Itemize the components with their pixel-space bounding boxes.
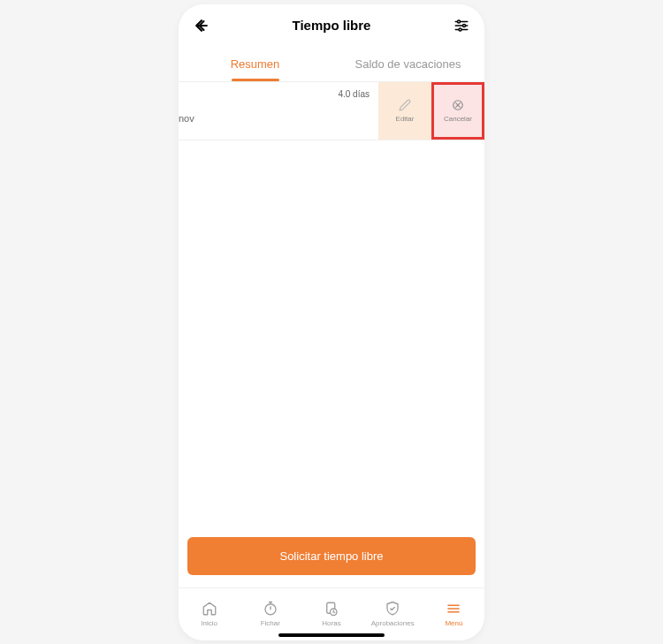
- bottom-nav: Inicio Fichar Horas Aprobaciones Menú: [179, 587, 484, 640]
- entry-days: 4.0 días: [338, 89, 370, 99]
- nav-home[interactable]: Inicio: [179, 588, 240, 640]
- cancel-button[interactable]: Cancelar: [431, 82, 484, 140]
- svg-point-2: [458, 20, 461, 23]
- edit-button[interactable]: Editar: [378, 82, 431, 140]
- svg-point-6: [459, 28, 461, 31]
- menu-icon: [446, 601, 461, 617]
- filter-icon: [453, 18, 469, 34]
- nav-menu-label: Menú: [445, 619, 462, 627]
- entry-details: 4.0 días nov: [179, 82, 378, 140]
- page-title: Tiempo libre: [293, 18, 371, 33]
- shield-check-icon: [385, 601, 400, 617]
- tab-summary-label: Resumen: [231, 57, 280, 71]
- filter-button[interactable]: [451, 15, 472, 36]
- request-button-label: Solicitar tiempo libre: [279, 549, 383, 563]
- tabs: Resumen Saldo de vacaciones: [179, 47, 484, 82]
- nav-approvals-label: Aprobaciones: [371, 619, 415, 627]
- stopwatch-icon: [263, 601, 278, 617]
- nav-home-label: Inicio: [201, 619, 217, 627]
- time-off-entry[interactable]: 4.0 días nov Editar Cancelar: [179, 82, 484, 140]
- nav-menu[interactable]: Menú: [423, 588, 484, 640]
- cancel-label: Cancelar: [444, 115, 472, 123]
- pencil-icon: [399, 99, 411, 111]
- svg-point-4: [463, 24, 466, 27]
- home-icon: [202, 601, 217, 617]
- entry-month: nov: [179, 113, 378, 124]
- tab-balance-label: Saldo de vacaciones: [355, 57, 461, 71]
- cancel-icon: [452, 99, 464, 111]
- tab-summary[interactable]: Resumen: [179, 47, 332, 81]
- request-time-off-button[interactable]: Solicitar tiempo libre: [187, 537, 476, 575]
- edit-label: Editar: [396, 115, 415, 123]
- nav-clockin-label: Fichar: [261, 619, 280, 627]
- back-button[interactable]: [191, 15, 212, 36]
- phone-frame: Tiempo libre Resumen Saldo de vacaciones…: [179, 4, 484, 640]
- header: Tiempo libre: [179, 4, 484, 47]
- back-arrow-icon: [193, 17, 210, 34]
- tab-balance[interactable]: Saldo de vacaciones: [332, 47, 484, 81]
- hours-icon: [324, 601, 339, 617]
- svg-line-17: [333, 612, 335, 613]
- nav-hours-label: Horas: [322, 619, 340, 627]
- home-indicator: [278, 633, 385, 637]
